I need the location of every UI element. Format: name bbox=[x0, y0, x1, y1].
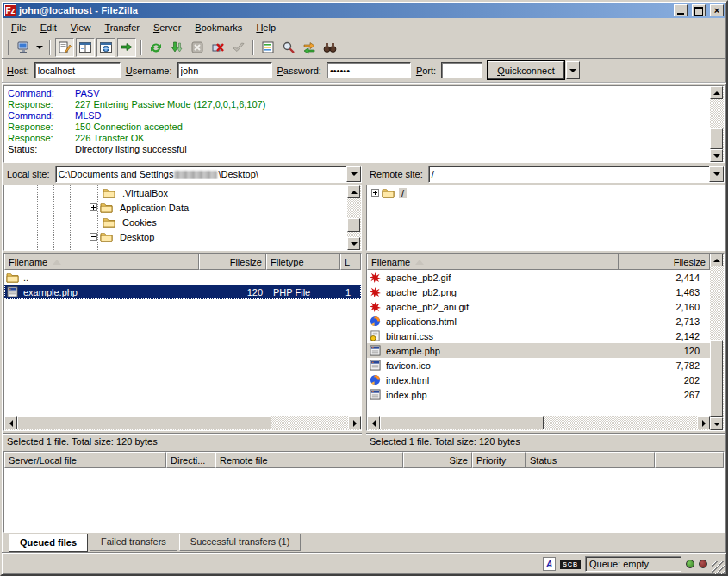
process-queue-button[interactable] bbox=[167, 38, 186, 57]
quickconnect-dropdown[interactable] bbox=[566, 61, 580, 79]
menu-file[interactable]: File bbox=[5, 21, 33, 34]
column-status[interactable]: Status bbox=[526, 452, 655, 468]
site-manager-button[interactable] bbox=[14, 38, 33, 57]
toggle-message-log-button[interactable] bbox=[55, 38, 74, 57]
expand-icon[interactable] bbox=[371, 189, 379, 197]
column-filesize[interactable]: Filesize bbox=[619, 254, 710, 270]
host-input[interactable] bbox=[34, 62, 121, 78]
datatype-indicator-icon[interactable]: A bbox=[543, 557, 556, 571]
menu-help[interactable]: Help bbox=[250, 21, 282, 34]
tree-item-virtualbox[interactable]: .VirtualBox bbox=[4, 185, 347, 200]
tree-item-application-data[interactable]: Application Data bbox=[4, 200, 347, 215]
column-remote-file[interactable]: Remote file bbox=[215, 452, 403, 468]
quickconnect-button[interactable]: Quickconnect bbox=[488, 61, 564, 79]
tab-queued-files[interactable]: Queued files bbox=[9, 534, 88, 552]
file-row[interactable]: apache_pb2.gif2,414 bbox=[367, 270, 710, 285]
file-row[interactable]: index.html202 bbox=[367, 373, 710, 387]
tab-successful-transfers[interactable]: Successful transfers (1) bbox=[179, 534, 302, 551]
scroll-down-button[interactable] bbox=[710, 417, 723, 430]
toggle-remote-tree-button[interactable] bbox=[96, 38, 115, 57]
file-row-parent-dir[interactable]: .. bbox=[4, 270, 361, 285]
menu-edit[interactable]: Edit bbox=[34, 21, 63, 34]
tree-item-root[interactable]: / bbox=[367, 185, 724, 200]
reconnect-button[interactable] bbox=[229, 38, 248, 57]
file-row[interactable]: favicon.ico7,782 bbox=[367, 358, 710, 373]
column-filename[interactable]: Filename bbox=[4, 254, 199, 270]
filter-icon bbox=[261, 41, 275, 54]
local-path-dropdown[interactable] bbox=[346, 166, 361, 182]
maximize-button[interactable] bbox=[692, 4, 706, 16]
column-filename[interactable]: Filename bbox=[367, 254, 619, 270]
scroll-left-button[interactable] bbox=[367, 416, 380, 429]
minimize-button[interactable] bbox=[674, 4, 688, 16]
scroll-up-button[interactable] bbox=[710, 254, 723, 266]
refresh-button[interactable] bbox=[146, 38, 165, 57]
expand-icon[interactable] bbox=[90, 203, 97, 211]
toggle-queue-button[interactable] bbox=[117, 38, 136, 57]
remote-list-hscrollbar[interactable] bbox=[367, 416, 710, 430]
file-search-button[interactable] bbox=[279, 38, 298, 57]
scroll-down-button[interactable] bbox=[347, 237, 360, 250]
remote-site-pane: Remote site: / / bbox=[366, 165, 725, 251]
file-row-example-php[interactable]: example.php 120 PHP File 1 bbox=[4, 285, 361, 299]
password-input[interactable] bbox=[327, 62, 411, 78]
tab-failed-transfers[interactable]: Failed transfers bbox=[90, 534, 177, 551]
scroll-thumb[interactable] bbox=[17, 416, 271, 429]
scroll-right-button[interactable] bbox=[348, 416, 361, 429]
file-row[interactable]: index.php267 bbox=[367, 387, 710, 402]
chevron-down-icon bbox=[713, 172, 720, 176]
username-input[interactable] bbox=[177, 62, 272, 78]
scroll-thumb[interactable] bbox=[710, 340, 723, 417]
file-row-selected[interactable]: example.php120 bbox=[367, 343, 710, 358]
toggle-local-tree-button[interactable] bbox=[76, 38, 95, 57]
synchronized-browsing-button[interactable] bbox=[320, 38, 339, 57]
log-scrollbar[interactable] bbox=[710, 86, 724, 162]
directory-comparison-button[interactable] bbox=[300, 38, 319, 57]
local-path-combo[interactable]: C:\Documents and Settings\Desktop\ bbox=[55, 166, 362, 183]
tree-item-cookies[interactable]: Cookies bbox=[4, 215, 347, 229]
scroll-thumb[interactable] bbox=[710, 128, 723, 149]
close-button[interactable]: × bbox=[710, 4, 724, 16]
remote-file-list: Filename Filesize apache_pb2.gif2,414 ap… bbox=[366, 253, 725, 449]
scroll-thumb[interactable] bbox=[380, 416, 544, 429]
remote-list-vscrollbar[interactable] bbox=[710, 254, 724, 430]
remote-path-dropdown[interactable] bbox=[709, 166, 724, 182]
menu-transfer[interactable]: Transfer bbox=[98, 21, 146, 34]
file-row[interactable]: apache_pb2.png1,463 bbox=[367, 285, 710, 299]
column-last-modified[interactable]: L bbox=[340, 254, 361, 270]
file-row[interactable]: bitnami.css2,142 bbox=[367, 329, 710, 343]
scroll-left-button[interactable] bbox=[4, 416, 17, 429]
remote-path-combo[interactable]: / bbox=[428, 166, 725, 183]
column-filetype[interactable]: Filetype bbox=[266, 254, 340, 270]
resize-grip[interactable] bbox=[712, 561, 725, 574]
column-direction[interactable]: Directi... bbox=[166, 452, 215, 468]
log-line: Response:150 Connection accepted bbox=[8, 122, 706, 133]
file-row[interactable]: apache_pb2_ani.gif2,160 bbox=[367, 299, 710, 314]
column-filesize[interactable]: Filesize bbox=[199, 254, 266, 270]
indicator-badge[interactable]: SCB bbox=[560, 560, 581, 569]
tree-item-desktop[interactable]: Desktop bbox=[4, 229, 347, 244]
scroll-up-button[interactable] bbox=[710, 86, 723, 99]
menu-server[interactable]: Server bbox=[147, 21, 187, 34]
column-priority[interactable]: Priority bbox=[472, 452, 526, 468]
collapse-icon[interactable] bbox=[90, 233, 97, 241]
disconnect-button[interactable] bbox=[208, 38, 227, 57]
image-file-icon bbox=[369, 301, 383, 313]
filter-button[interactable] bbox=[258, 38, 277, 57]
file-row[interactable]: applications.html2,713 bbox=[367, 314, 710, 329]
local-list-hscrollbar[interactable] bbox=[4, 416, 361, 430]
site-manager-dropdown[interactable] bbox=[34, 38, 45, 57]
menu-bookmarks[interactable]: Bookmarks bbox=[189, 21, 248, 34]
port-input[interactable] bbox=[441, 62, 482, 78]
column-server-local-file[interactable]: Server/Local file bbox=[4, 452, 166, 468]
title-bar: Fz john@localhost - FileZilla × bbox=[3, 3, 725, 18]
cancel-operation-button[interactable] bbox=[188, 38, 207, 57]
scroll-down-button[interactable] bbox=[710, 149, 723, 162]
local-tree-scrollbar[interactable] bbox=[347, 185, 361, 250]
html-file-icon bbox=[369, 374, 383, 386]
menu-view[interactable]: View bbox=[65, 21, 97, 34]
column-size[interactable]: Size bbox=[403, 452, 472, 468]
scroll-thumb[interactable] bbox=[347, 218, 360, 232]
scroll-up-button[interactable] bbox=[347, 185, 360, 198]
scroll-right-button[interactable] bbox=[697, 416, 710, 429]
